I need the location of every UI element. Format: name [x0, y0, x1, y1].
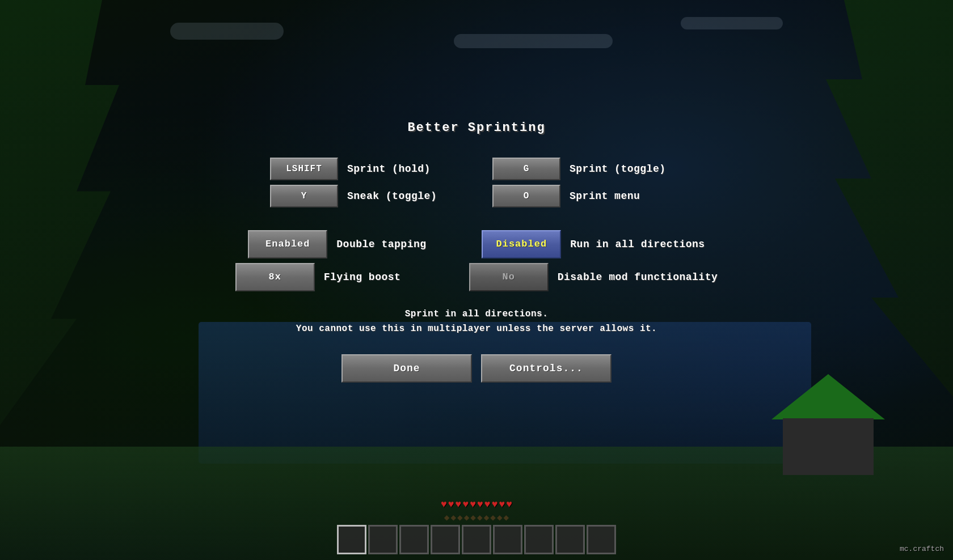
main-content: Better Sprinting LSHIFT Sprint (hold) G … — [0, 0, 953, 560]
sprint-menu-label: Sprint menu — [570, 190, 683, 202]
double-tapping-item: Enabled Double tapping — [248, 230, 450, 258]
heart-1: ♥ — [441, 499, 447, 510]
hotbar-slot-1[interactable] — [337, 525, 366, 554]
run-all-directions-item: Disabled Run in all directions — [482, 230, 705, 258]
food-3: ◆ — [457, 512, 463, 523]
y-button[interactable]: Y — [270, 185, 338, 207]
food-2: ◆ — [450, 512, 456, 523]
hotbar-slot-2[interactable] — [368, 525, 398, 554]
sprint-menu-item: O Sprint menu — [492, 185, 683, 207]
food-7: ◆ — [484, 512, 490, 523]
keybind-row-1: LSHIFT Sprint (hold) G Sprint (toggle) — [270, 158, 683, 180]
description-line1: Sprint in all directions. — [296, 307, 657, 322]
sprint-hold-item: LSHIFT Sprint (hold) — [270, 158, 461, 180]
hotbar-slot-4[interactable] — [431, 525, 460, 554]
flying-boost-label: Flying boost — [324, 271, 437, 283]
run-all-directions-label: Run in all directions — [570, 239, 705, 250]
heart-2: ♥ — [448, 499, 454, 510]
keybind-row-2: Y Sneak (toggle) O Sprint menu — [270, 185, 683, 207]
o-button[interactable]: O — [492, 185, 560, 207]
disable-mod-label: Disable mod functionality — [558, 271, 718, 283]
done-button[interactable]: Done — [341, 354, 472, 383]
double-tapping-label: Double tapping — [336, 239, 450, 250]
sneak-toggle-label: Sneak (toggle) — [347, 190, 461, 202]
heart-6: ♥ — [477, 499, 483, 510]
disable-mod-item: No Disable mod functionality — [469, 263, 718, 291]
disabled-button[interactable]: Disabled — [482, 230, 561, 258]
flying-boost-item: 8x Flying boost — [235, 263, 437, 291]
sprint-toggle-label: Sprint (toggle) — [570, 163, 683, 175]
sprint-hold-label: Sprint (hold) — [347, 163, 461, 175]
hotbar-slot-9[interactable] — [587, 525, 616, 554]
heart-5: ♥ — [470, 499, 476, 510]
food-4: ◆ — [464, 512, 470, 523]
food-6: ◆ — [477, 512, 483, 523]
heart-9: ♥ — [499, 499, 505, 510]
hotbar-slot-5[interactable] — [462, 525, 491, 554]
hud: ♥ ♥ ♥ ♥ ♥ ♥ ♥ ♥ ♥ ♥ ◆ ◆ ◆ ◆ ◆ ◆ ◆ ◆ ◆ ◆ — [0, 498, 953, 560]
lshift-button[interactable]: LSHIFT — [270, 158, 338, 180]
heart-3: ♥ — [456, 499, 462, 510]
hotbar-slot-7[interactable] — [524, 525, 554, 554]
heart-8: ♥ — [492, 499, 498, 510]
hotbar-slot-6[interactable] — [493, 525, 522, 554]
options-row-2: 8x Flying boost No Disable mod functiona… — [235, 263, 718, 291]
keybind-pair-1: LSHIFT Sprint (hold) G Sprint (toggle) — [270, 158, 683, 180]
page-title: Better Sprinting — [407, 121, 545, 135]
health-bar: ♥ ♥ ♥ ♥ ♥ ♥ ♥ ♥ ♥ ♥ — [441, 499, 512, 510]
hotbar — [337, 525, 616, 554]
sneak-toggle-item: Y Sneak (toggle) — [270, 185, 461, 207]
options-row-1: Enabled Double tapping Disabled Run in a… — [248, 230, 705, 258]
keybind-pair-2: Y Sneak (toggle) O Sprint menu — [270, 185, 683, 207]
hotbar-slot-3[interactable] — [399, 525, 429, 554]
controls-button[interactable]: Controls... — [481, 354, 612, 383]
food-bar: ◆ ◆ ◆ ◆ ◆ ◆ ◆ ◆ ◆ ◆ — [444, 512, 509, 523]
sprint-toggle-item: G Sprint (toggle) — [492, 158, 683, 180]
hotbar-slot-8[interactable] — [555, 525, 585, 554]
flying-boost-button[interactable]: 8x — [235, 263, 315, 291]
food-10: ◆ — [504, 512, 509, 523]
description-line2: You cannot use this in multiplayer unles… — [296, 322, 657, 337]
description-area: Sprint in all directions. You cannot use… — [296, 307, 657, 336]
settings-container: LSHIFT Sprint (hold) G Sprint (toggle) Y… — [235, 158, 718, 383]
bottom-buttons: Done Controls... — [341, 354, 612, 383]
heart-4: ♥ — [462, 499, 469, 510]
food-1: ◆ — [444, 512, 450, 523]
food-5: ◆ — [470, 512, 476, 523]
g-button[interactable]: G — [492, 158, 560, 180]
food-8: ◆ — [490, 512, 496, 523]
no-button[interactable]: No — [469, 263, 549, 291]
watermark: mc.craftch — [900, 545, 944, 553]
enabled-button[interactable]: Enabled — [248, 230, 327, 258]
heart-7: ♥ — [484, 499, 491, 510]
options-pair-2: 8x Flying boost No Disable mod functiona… — [235, 263, 718, 291]
options-pair-1: Enabled Double tapping Disabled Run in a… — [248, 230, 705, 258]
food-9: ◆ — [497, 512, 503, 523]
heart-10: ♥ — [506, 499, 512, 510]
